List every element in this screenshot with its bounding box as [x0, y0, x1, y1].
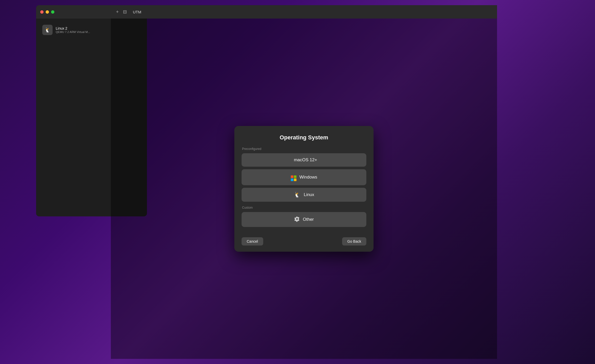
cancel-button[interactable]: Cancel	[242, 237, 263, 246]
add-icon[interactable]: +	[116, 9, 119, 15]
other-label: Other	[303, 217, 314, 222]
macos-button[interactable]: macOS 12+	[242, 153, 366, 167]
windows-icon	[291, 173, 296, 181]
maximize-button[interactable]	[51, 10, 54, 14]
vm-info: Linux 2 QEMU 7.2 ARM Virtual M...	[56, 26, 90, 33]
vm-icon: 🐧	[42, 25, 53, 35]
vm-name: Linux 2	[56, 26, 90, 30]
preconfigured-label: Preconfigured	[242, 147, 366, 151]
custom-section: Custom Other	[242, 206, 366, 227]
gear-icon	[294, 216, 300, 223]
close-button[interactable]	[40, 10, 44, 14]
linux-label: Linux	[304, 192, 314, 197]
linux-button[interactable]: 🐧 Linux	[242, 188, 366, 202]
other-button[interactable]: Other	[242, 212, 366, 227]
utm-toolbar: + ⊟ UTM	[111, 5, 497, 19]
modal-footer: Cancel Go Back	[242, 233, 366, 246]
vm-description: QEMU 7.2 ARM Virtual M...	[56, 30, 90, 33]
windows-label: Windows	[300, 175, 317, 180]
go-back-button[interactable]: Go Back	[342, 237, 366, 246]
macos-label: macOS 12+	[294, 157, 317, 163]
modal-overlay: Operating System Preconfigured macOS 12+…	[111, 19, 497, 359]
os-selection-modal: Operating System Preconfigured macOS 12+…	[234, 126, 374, 252]
custom-label: Custom	[242, 206, 366, 209]
windows-logo	[291, 175, 296, 181]
app-title: UTM	[133, 10, 142, 14]
minimize-button[interactable]	[46, 10, 49, 14]
layout-icon[interactable]: ⊟	[123, 9, 127, 15]
windows-button[interactable]: Windows	[242, 169, 366, 185]
modal-title: Operating System	[242, 134, 366, 141]
tux-icon: 🐧	[294, 192, 301, 198]
